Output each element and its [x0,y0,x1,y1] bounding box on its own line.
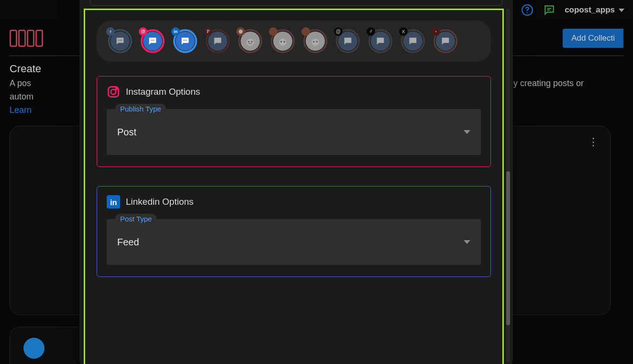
account-linkedin[interactable]: in [173,29,197,53]
dropdown-arrow-icon [464,130,470,134]
modal-top-field[interactable] [90,0,502,6]
publish-type-select[interactable]: Post [107,109,481,155]
threads-icon: @ [334,27,343,36]
reddit-icon [236,27,245,36]
linkedin-icon: in [171,27,180,36]
account-threads[interactable]: @ [336,29,360,53]
facebook-icon [106,27,115,36]
instagram-icon [107,85,120,99]
svg-point-16 [251,41,253,42]
svg-point-11 [183,40,184,41]
svg-point-25 [111,89,116,95]
post-type-select[interactable]: Feed [107,219,481,265]
svg-point-4 [121,40,122,41]
svg-point-23 [316,41,318,42]
svg-point-6 [152,40,153,41]
svg-point-2 [118,40,119,41]
tiktok-icon [366,27,375,36]
account-instagram[interactable] [141,29,165,53]
modal-scrollbar-thumb[interactable] [506,171,510,325]
post-options-modal: in P [79,0,513,364]
pinterest-icon: P [204,27,212,36]
svg-point-7 [154,40,155,41]
svg-point-3 [120,40,121,41]
youtube-icon [432,27,440,36]
svg-point-17 [239,30,243,33]
publish-type-label: Publish Type [115,104,166,114]
svg-point-19 [280,41,282,42]
post-type-label: Post Type [115,214,156,224]
svg-point-18 [279,39,286,46]
svg-point-26 [116,88,117,89]
svg-point-15 [248,41,249,42]
account-tiktok[interactable] [368,29,392,53]
svg-point-10 [144,31,144,31]
svg-point-21 [311,39,319,46]
instagram-icon [139,27,147,36]
reddit-icon [301,27,310,36]
account-youtube[interactable] [433,29,457,53]
svg-point-12 [185,40,186,41]
svg-point-22 [313,41,314,42]
linkedin-options-title: Linkedin Options [126,197,194,207]
account-reddit[interactable] [238,29,262,53]
instagram-options-panel: Instagram Options Publish Type Post [97,76,491,167]
account-pinterest[interactable]: P [206,29,230,53]
svg-point-5 [151,40,152,41]
account-x[interactable]: X [401,29,425,53]
highlight-region: in P [84,9,504,364]
account-selector: in P [97,21,491,62]
dropdown-arrow-icon [464,240,470,244]
svg-point-14 [246,39,254,46]
instagram-options-title: Instagram Options [126,87,200,97]
svg-point-20 [284,41,285,42]
x-icon: X [399,27,408,36]
svg-point-13 [186,40,187,41]
svg-text:in: in [110,198,117,207]
post-type-value: Feed [117,237,139,248]
account-reddit[interactable] [303,29,327,53]
account-facebook[interactable] [108,29,132,53]
reddit-icon [269,27,278,36]
account-reddit[interactable] [271,29,295,53]
svg-point-9 [142,31,144,32]
linkedin-icon: in [107,195,120,209]
publish-type-value: Post [117,127,136,138]
linkedin-options-panel: in Linkedin Options Post Type Feed [97,186,491,277]
